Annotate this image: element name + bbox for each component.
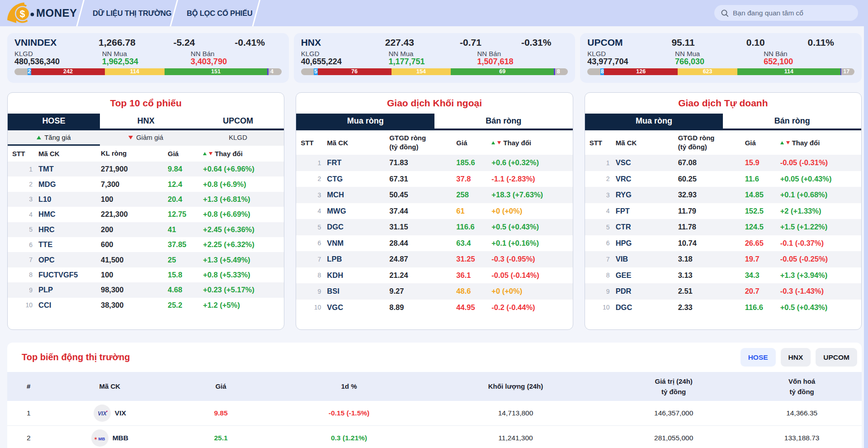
breadth-ceiling-count: 8 — [557, 68, 560, 75]
exchange-button-hose[interactable]: HOSE — [741, 348, 776, 367]
cell-stt: 1 — [8, 166, 38, 173]
up-triangle-icon — [491, 141, 495, 144]
table-row[interactable]: 7LPB24.8731.25-0.3 (-0.95%) — [296, 251, 572, 267]
table-row[interactable]: 2MDG7,30012.4+0.8 (+6.9%) — [8, 176, 284, 191]
cell-stt: 3 — [296, 191, 327, 199]
panel-tab-bán-ròng[interactable]: Bán ròng — [723, 114, 861, 129]
cell-stt: 5 — [585, 224, 616, 231]
panel-tab-hose[interactable]: HOSE — [8, 114, 100, 129]
table-row[interactable]: 3L1010020.4+1.3 (+6.81%) — [8, 192, 284, 207]
table-row[interactable]: 9PDR2.5120.7-0.3 (-1.43%) — [585, 283, 861, 300]
cell-value: 10.74 — [678, 239, 745, 248]
panel-subtab-tăng-giá[interactable]: Tăng giá — [8, 130, 100, 146]
nav-tab-stock-screener[interactable]: BỘ LỌC CỔ PHIẾU — [187, 0, 253, 26]
col-header-ticker: Mã CK — [327, 139, 389, 147]
cell-ticker: PLP — [38, 286, 101, 294]
table-row[interactable]: 5DGC31.15116.6+0.5 (+0.43%) — [296, 219, 572, 235]
cell-value: 38,300 — [101, 301, 168, 310]
table-row[interactable]: 10DGC2.33116.6+0.5 (+0.43%) — [585, 300, 861, 316]
up-triangle-icon — [780, 141, 784, 144]
table-row[interactable]: 6HPG10.7426.65-0.1 (-0.37%) — [585, 235, 861, 252]
cell-value: 11.78 — [678, 223, 745, 231]
cell-change: +0.23 (+5.17%) — [203, 286, 284, 294]
table-row[interactable]: 4HMC221,30012.75+0.8 (+6.69%) — [8, 207, 284, 222]
cell-ticker: MWG — [327, 207, 389, 215]
exchange-button-hnx[interactable]: HNX — [781, 348, 811, 367]
search-input[interactable]: Bạn đang quan tâm cổ — [714, 5, 858, 21]
table-row[interactable]: 4FPT11.79152.5+2 (+1.33%) — [585, 203, 861, 219]
table-row[interactable]: 7VIB3.1819.7-0.05 (-0.25%) — [585, 251, 861, 267]
cell-ticker: KDH — [327, 271, 389, 280]
table-row[interactable]: 5CTR11.78124.5+1.5 (+1.22%) — [585, 219, 861, 235]
table-row[interactable]: 8FUCTVGF510015.8+0.8 (+5.33%) — [8, 267, 284, 282]
col-header-ticker: Mã CK — [38, 150, 101, 157]
table-row[interactable]: 4MWG37.4461+0 (+0%) — [296, 203, 572, 219]
movers-cell-day-pct: 0.3 (1.21%) — [272, 434, 426, 442]
table-row[interactable]: 1TMT271,9009.84+0.64 (+6.96%) — [8, 162, 284, 176]
index-card-top: HNX227.43-0.71-0.31% — [301, 36, 568, 48]
panel-subtab-giảm-giá[interactable]: Giảm giá — [100, 130, 192, 146]
panel-tab-mua-ròng[interactable]: Mua ròng — [585, 114, 723, 129]
movers-cell-mcap: 14,366.35 — [742, 409, 862, 417]
breadth-seg-lead — [301, 68, 314, 75]
cell-price: 37.85 — [168, 240, 203, 249]
cell-change: +2.45 (+6.36%) — [203, 225, 284, 234]
nav-tab-market-data[interactable]: DỮ LIỆU THỊ TRƯỜNG — [93, 0, 171, 26]
ticker-logo-mbb: ✶MB — [91, 429, 108, 447]
cell-ticker: TTE — [38, 240, 101, 249]
table-row[interactable]: 9PLP98,3004.68+0.23 (+5.17%) — [8, 282, 284, 297]
scrollbar[interactable] — [864, 0, 868, 448]
table-row[interactable]: 8GEE3.1334.3+1.3 (+3.94%) — [585, 267, 861, 284]
table-row[interactable]: 2VRC60.2511.6+0.05 (+0.43%) — [585, 171, 861, 187]
exchange-button-upcom[interactable]: UPCOM — [816, 348, 857, 367]
panel-tab-mua-ròng[interactable]: Mua ròng — [296, 114, 434, 129]
table-row[interactable]: 5HRC20041+2.45 (+6.36%) — [8, 222, 284, 237]
cell-value: 67.31 — [389, 175, 456, 183]
cell-change: +0 (+0%) — [491, 207, 572, 215]
klgd-label: KLGD — [587, 50, 675, 57]
panel-subtab-klgd[interactable]: KLGD — [192, 130, 284, 146]
cell-stt: 7 — [585, 256, 616, 263]
panel-subtab-label: Giảm giá — [136, 133, 163, 141]
table-row[interactable]: 3MCH50.45258+18.3 (+7.63%) — [296, 187, 572, 203]
panel-tab-hnx[interactable]: HNX — [100, 114, 192, 129]
table-row[interactable]: 1FRT71.83185.6+0.6 (+0.32%) — [296, 155, 572, 171]
foreign-buy: NN Mua1,962,534 — [102, 50, 191, 66]
table-row[interactable]: 9BSI9.2748.6+0 (+0%) — [296, 283, 572, 300]
col-header-value: KL ròng — [101, 149, 168, 158]
cell-ticker: HMC — [38, 210, 101, 219]
panel-tab-upcom[interactable]: UPCOM — [192, 114, 284, 129]
cell-ticker: FRT — [327, 158, 389, 167]
klgd: KLGD480,536,340 — [14, 50, 102, 66]
cell-price: 4.68 — [168, 286, 203, 294]
col-header-ticker: Mã CK — [616, 139, 678, 147]
table-row[interactable]: 10CCI38,30025.2+1.2 (+5%) — [8, 298, 284, 313]
klgd: KLGD43,977,704 — [587, 50, 675, 66]
ticker-logo-vix: VIX — [94, 405, 111, 422]
table-row[interactable]: 6TTE60037.85+2.25 (+6.32%) — [8, 237, 284, 252]
breadth-seg-down: 126 — [604, 68, 678, 75]
movers-row[interactable]: 1VIXVIX9.85-0.15 (-1.5%)14,713,800146,35… — [7, 401, 862, 426]
foreign-buy-label: NN Mua — [102, 50, 191, 57]
cell-ticker: L10 — [38, 195, 101, 204]
foreign-buy-label: NN Mua — [388, 50, 477, 57]
table-row[interactable]: 7OPC41,50025+1.3 (+5.49%) — [8, 252, 284, 267]
table-row[interactable]: 2CTG67.3137.8-1.1 (-2.83%) — [296, 171, 572, 187]
index-name: VNINDEX — [14, 37, 99, 48]
breadth-seg-flat: 114 — [105, 68, 165, 75]
table-row[interactable]: 3RYG32.9314.85+0.1 (+0.68%) — [585, 187, 861, 203]
cell-stt: 1 — [585, 159, 616, 167]
table-row[interactable]: 10VGC8.8944.95-0.2 (-0.44%) — [296, 300, 572, 316]
cell-ticker: OPC — [38, 256, 101, 264]
cell-change: +18.3 (+7.63%) — [491, 191, 572, 199]
table-row[interactable]: 8KDH21.2436.1-0.05 (-0.14%) — [296, 267, 572, 284]
panel-tab-bán-ròng[interactable]: Bán ròng — [434, 114, 573, 129]
table-row[interactable]: 6VNM28.4463.4+0.1 (+0.16%) — [296, 235, 572, 252]
brand-logo[interactable]: $ MONEY — [5, 2, 77, 24]
cell-price: 37.8 — [456, 175, 491, 183]
movers-row[interactable]: 2✶MBMBB25.10.3 (1.21%)11,241,300281,055,… — [7, 426, 862, 448]
index-change: -0.71 — [460, 37, 521, 48]
cell-change: -0.05 (-0.31%) — [780, 158, 861, 167]
search-placeholder: Bạn đang quan tâm cổ — [733, 9, 803, 17]
table-row[interactable]: 1VSC67.0815.9-0.05 (-0.31%) — [585, 155, 861, 171]
